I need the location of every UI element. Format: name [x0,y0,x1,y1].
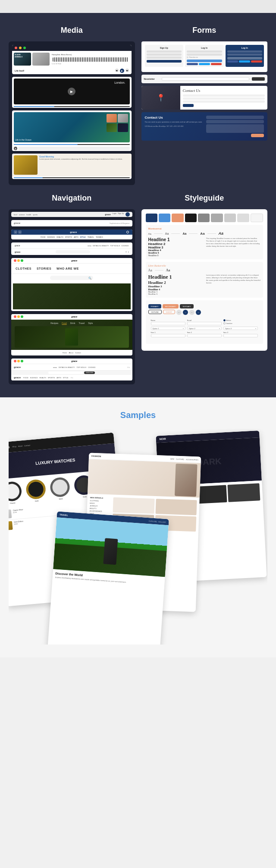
radio-1[interactable] [223,319,226,321]
cat-science[interactable]: SCIENCE [30,377,38,379]
bnav-science[interactable]: SCIENCE [47,236,55,238]
arr-prev[interactable]: ← [176,310,182,315]
radio-2[interactable] [223,322,226,324]
subscribe-input[interactable] [48,371,83,374]
recipe-item-recipes[interactable]: Recipes [50,322,58,324]
btn-tertiary[interactable]: TERTIARY [180,304,194,308]
fb-icon[interactable]: f [14,230,17,234]
login-dark-email[interactable] [227,50,263,53]
nav-signup[interactable]: Sign Up [118,212,124,217]
signup-btn[interactable] [147,60,182,63]
login-dark-pass[interactable] [227,53,263,56]
bnav-health[interactable]: HEALTH [56,236,63,238]
shop-fb-2[interactable]: f [71,377,72,379]
contact-msg-input[interactable] [183,101,265,103]
login-email-input[interactable] [187,50,222,53]
dark-submit-btn[interactable] [251,134,264,137]
bnav-arts[interactable]: ARTS [74,236,78,238]
sub-contact[interactable]: Contact [75,352,81,354]
sp-travel-explore[interactable]: EXPLORE [149,520,157,522]
sg-input-field2[interactable] [187,334,222,337]
video-play-btn[interactable]: ▶ [68,88,75,95]
media-player[interactable]: ▶ London. [14,79,130,104]
dark-name-input[interactable] [206,116,264,119]
who-are-item[interactable]: WHO ARE WE [56,267,79,270]
search-icon-nav[interactable] [125,230,130,234]
recipe-item-food[interactable]: Food [62,322,66,324]
stories-item[interactable]: STORIES [37,267,51,270]
sg-input-field3[interactable] [223,334,258,337]
bnav-food[interactable]: FOOD [41,236,46,238]
cat-style[interactable]: STYLE [63,377,69,379]
sp-nav-new[interactable]: NEW [170,458,175,460]
recipe-item-travel[interactable]: Travel [78,322,85,324]
sub-home[interactable]: Home [63,352,67,354]
arr-prev-2[interactable]: ← [189,310,194,315]
cat-sports[interactable]: SPORTS [48,377,55,379]
nav-item-health[interactable]: health [26,214,31,216]
recipe-item-style[interactable]: Style [88,322,93,324]
google-btn[interactable] [211,63,222,65]
cat-health[interactable]: HEALTH [39,377,46,379]
play-btn[interactable]: ▶ [120,69,124,73]
subscribe-btn[interactable]: SUBSCRIBE [84,371,95,374]
contact-submit-btn[interactable] [183,104,194,107]
bnav-sports[interactable]: SPORTS [65,236,72,238]
nav-cooked[interactable]: COOKED [121,245,129,247]
bnav-travel[interactable]: TRAVEL [88,236,94,238]
newsletter-input[interactable] [162,77,250,81]
login-dark-fb[interactable] [227,60,238,63]
bnav-style[interactable]: STYLE [80,236,86,238]
sp-nav-item-about[interactable]: About [18,445,23,447]
login-dark-g[interactable] [251,60,262,63]
sg-input-email[interactable] [187,322,222,325]
nav-top-souls[interactable]: TOP SOULS [110,245,120,247]
arr-next[interactable]: → [183,310,188,315]
sg-select-1[interactable]: Option 1 ▾ [151,327,185,330]
cat-food[interactable]: FOOD [23,377,28,379]
btn-outline[interactable]: OUTLINE [148,310,162,314]
tw-btn[interactable] [199,63,210,65]
login-btn[interactable] [187,60,222,62]
signup-email-input[interactable] [147,53,182,56]
nav-news[interactable]: news [88,245,91,247]
btn-primary[interactable]: PRIMARY [148,304,161,308]
sp-nav-clothes[interactable]: CLOTHES [176,458,184,460]
contact-name-input[interactable] [183,94,265,97]
sp-nav-item-shop[interactable]: Shop [12,445,16,448]
tw-icon[interactable]: t [18,230,22,234]
sg-select-3[interactable]: Option 3 ▾ [223,327,258,330]
login-dark-btn[interactable] [227,57,263,60]
sg-input-name[interactable] [151,322,185,325]
cat-arts[interactable]: ARTS [56,377,61,379]
ocean-play[interactable]: ▶ [14,147,17,150]
nav-item-science[interactable]: science [19,214,25,216]
nav-item-sports[interactable]: sports [33,214,38,216]
sp-travel-gallery[interactable]: GALLERY [158,520,166,523]
signup-pass-input[interactable] [147,57,182,59]
btn-ghost[interactable]: GHOST [163,310,175,314]
nav-search-box[interactable] [56,250,90,254]
nav-login[interactable]: Login [112,212,116,217]
sg-select-2[interactable]: Option 2 ▾ [187,327,222,330]
remember-check[interactable] [187,57,188,58]
bnav-themes[interactable]: THEMES [96,236,103,238]
fb-btn[interactable] [187,63,198,65]
clothes-search[interactable]: 🔍 [50,276,93,280]
shop-link-top[interactable]: TOP SOULS [76,366,86,368]
dark-email-input[interactable] [206,120,264,123]
shop-tw-2[interactable]: t [72,377,73,379]
contact-email-input[interactable] [183,97,265,100]
dark-msg-textarea[interactable] [206,124,264,133]
shop-link-cooked[interactable]: COOKED [88,366,95,368]
btn-secondary[interactable]: SECONDARY [163,304,179,308]
sp-nav-access[interactable]: ACCESSORIES [186,458,198,461]
nav-details[interactable]: DETAILS & BEAUTY [93,245,109,247]
arr-next-2[interactable]: → [196,310,201,315]
next-btn[interactable]: ⏭ [125,69,129,72]
clothes-item[interactable]: CLOTHES [16,267,31,270]
signup-name-input[interactable] [147,50,182,53]
sub-about[interactable]: About [69,352,73,354]
newsletter-btn[interactable] [252,77,265,81]
login-pass-input[interactable] [187,53,222,56]
